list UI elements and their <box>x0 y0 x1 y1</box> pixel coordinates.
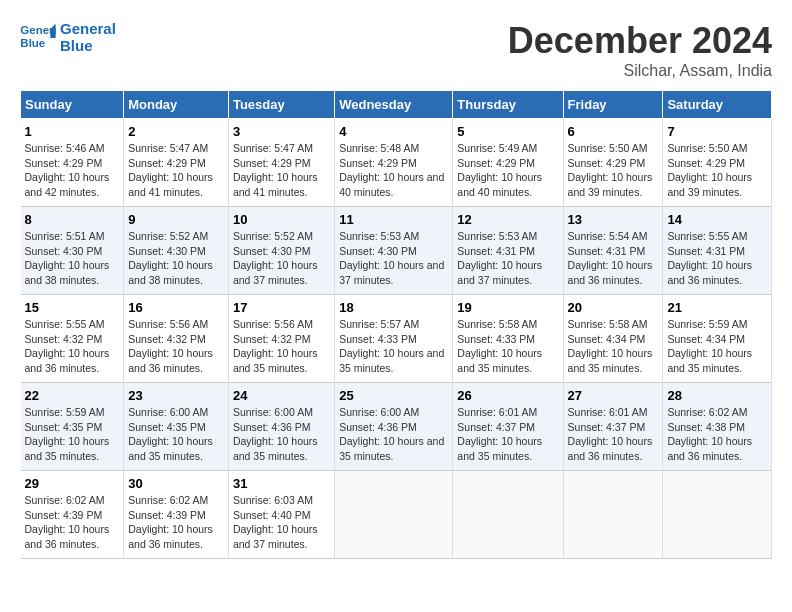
day-info: Sunrise: 6:00 AMSunset: 4:36 PMDaylight:… <box>339 406 444 462</box>
day-number: 15 <box>25 300 120 315</box>
calendar-header-row: SundayMondayTuesdayWednesdayThursdayFrid… <box>21 91 772 119</box>
day-info: Sunrise: 5:53 AMSunset: 4:31 PMDaylight:… <box>457 230 542 286</box>
day-number: 9 <box>128 212 224 227</box>
day-info: Sunrise: 5:59 AMSunset: 4:34 PMDaylight:… <box>667 318 752 374</box>
day-info: Sunrise: 5:47 AMSunset: 4:29 PMDaylight:… <box>233 142 318 198</box>
day-info: Sunrise: 5:47 AMSunset: 4:29 PMDaylight:… <box>128 142 213 198</box>
calendar-cell: 26 Sunrise: 6:01 AMSunset: 4:37 PMDaylig… <box>453 383 563 471</box>
day-number: 16 <box>128 300 224 315</box>
calendar-cell: 24 Sunrise: 6:00 AMSunset: 4:36 PMDaylig… <box>228 383 334 471</box>
calendar-cell: 19 Sunrise: 5:58 AMSunset: 4:33 PMDaylig… <box>453 295 563 383</box>
day-number: 23 <box>128 388 224 403</box>
day-info: Sunrise: 5:59 AMSunset: 4:35 PMDaylight:… <box>25 406 110 462</box>
day-info: Sunrise: 5:53 AMSunset: 4:30 PMDaylight:… <box>339 230 444 286</box>
day-info: Sunrise: 5:55 AMSunset: 4:31 PMDaylight:… <box>667 230 752 286</box>
svg-text:Blue: Blue <box>20 37 45 49</box>
location-title: Silchar, Assam, India <box>508 62 772 80</box>
calendar-cell <box>563 471 663 559</box>
day-info: Sunrise: 5:50 AMSunset: 4:29 PMDaylight:… <box>667 142 752 198</box>
day-number: 28 <box>667 388 767 403</box>
calendar-cell: 21 Sunrise: 5:59 AMSunset: 4:34 PMDaylig… <box>663 295 772 383</box>
calendar-cell: 16 Sunrise: 5:56 AMSunset: 4:32 PMDaylig… <box>124 295 229 383</box>
calendar-cell: 7 Sunrise: 5:50 AMSunset: 4:29 PMDayligh… <box>663 119 772 207</box>
day-info: Sunrise: 5:58 AMSunset: 4:33 PMDaylight:… <box>457 318 542 374</box>
day-number: 17 <box>233 300 330 315</box>
day-number: 13 <box>568 212 659 227</box>
calendar-cell: 11 Sunrise: 5:53 AMSunset: 4:30 PMDaylig… <box>335 207 453 295</box>
day-number: 4 <box>339 124 448 139</box>
calendar-cell: 17 Sunrise: 5:56 AMSunset: 4:32 PMDaylig… <box>228 295 334 383</box>
day-number: 21 <box>667 300 767 315</box>
calendar-cell: 9 Sunrise: 5:52 AMSunset: 4:30 PMDayligh… <box>124 207 229 295</box>
day-info: Sunrise: 5:54 AMSunset: 4:31 PMDaylight:… <box>568 230 653 286</box>
header-sunday: Sunday <box>21 91 124 119</box>
calendar-cell <box>453 471 563 559</box>
day-info: Sunrise: 5:49 AMSunset: 4:29 PMDaylight:… <box>457 142 542 198</box>
calendar-cell <box>335 471 453 559</box>
calendar-cell: 18 Sunrise: 5:57 AMSunset: 4:33 PMDaylig… <box>335 295 453 383</box>
day-info: Sunrise: 6:00 AMSunset: 4:36 PMDaylight:… <box>233 406 318 462</box>
header-tuesday: Tuesday <box>228 91 334 119</box>
logo: General Blue General Blue General Blue <box>20 20 116 55</box>
day-number: 11 <box>339 212 448 227</box>
day-info: Sunrise: 5:55 AMSunset: 4:32 PMDaylight:… <box>25 318 110 374</box>
header-saturday: Saturday <box>663 91 772 119</box>
calendar-week-row: 8 Sunrise: 5:51 AMSunset: 4:30 PMDayligh… <box>21 207 772 295</box>
calendar-cell: 10 Sunrise: 5:52 AMSunset: 4:30 PMDaylig… <box>228 207 334 295</box>
calendar-cell: 15 Sunrise: 5:55 AMSunset: 4:32 PMDaylig… <box>21 295 124 383</box>
calendar-week-row: 15 Sunrise: 5:55 AMSunset: 4:32 PMDaylig… <box>21 295 772 383</box>
calendar-cell: 8 Sunrise: 5:51 AMSunset: 4:30 PMDayligh… <box>21 207 124 295</box>
logo-icon: General Blue <box>20 22 56 52</box>
day-number: 6 <box>568 124 659 139</box>
day-number: 25 <box>339 388 448 403</box>
calendar-cell: 28 Sunrise: 6:02 AMSunset: 4:38 PMDaylig… <box>663 383 772 471</box>
calendar-cell: 27 Sunrise: 6:01 AMSunset: 4:37 PMDaylig… <box>563 383 663 471</box>
header-thursday: Thursday <box>453 91 563 119</box>
calendar-week-row: 29 Sunrise: 6:02 AMSunset: 4:39 PMDaylig… <box>21 471 772 559</box>
calendar-table: SundayMondayTuesdayWednesdayThursdayFrid… <box>20 90 772 559</box>
day-info: Sunrise: 5:50 AMSunset: 4:29 PMDaylight:… <box>568 142 653 198</box>
title-section: December 2024 Silchar, Assam, India <box>508 20 772 80</box>
day-number: 24 <box>233 388 330 403</box>
calendar-cell: 22 Sunrise: 5:59 AMSunset: 4:35 PMDaylig… <box>21 383 124 471</box>
day-number: 7 <box>667 124 767 139</box>
day-info: Sunrise: 5:46 AMSunset: 4:29 PMDaylight:… <box>25 142 110 198</box>
calendar-cell: 4 Sunrise: 5:48 AMSunset: 4:29 PMDayligh… <box>335 119 453 207</box>
calendar-week-row: 22 Sunrise: 5:59 AMSunset: 4:35 PMDaylig… <box>21 383 772 471</box>
calendar-cell: 12 Sunrise: 5:53 AMSunset: 4:31 PMDaylig… <box>453 207 563 295</box>
day-info: Sunrise: 6:01 AMSunset: 4:37 PMDaylight:… <box>457 406 542 462</box>
day-info: Sunrise: 6:00 AMSunset: 4:35 PMDaylight:… <box>128 406 213 462</box>
calendar-cell: 29 Sunrise: 6:02 AMSunset: 4:39 PMDaylig… <box>21 471 124 559</box>
day-info: Sunrise: 5:51 AMSunset: 4:30 PMDaylight:… <box>25 230 110 286</box>
day-number: 26 <box>457 388 558 403</box>
day-number: 20 <box>568 300 659 315</box>
day-info: Sunrise: 5:48 AMSunset: 4:29 PMDaylight:… <box>339 142 444 198</box>
day-number: 10 <box>233 212 330 227</box>
day-info: Sunrise: 6:02 AMSunset: 4:39 PMDaylight:… <box>128 494 213 550</box>
day-info: Sunrise: 5:52 AMSunset: 4:30 PMDaylight:… <box>233 230 318 286</box>
day-number: 5 <box>457 124 558 139</box>
calendar-cell: 14 Sunrise: 5:55 AMSunset: 4:31 PMDaylig… <box>663 207 772 295</box>
calendar-cell: 5 Sunrise: 5:49 AMSunset: 4:29 PMDayligh… <box>453 119 563 207</box>
day-info: Sunrise: 6:02 AMSunset: 4:39 PMDaylight:… <box>25 494 110 550</box>
day-number: 14 <box>667 212 767 227</box>
calendar-cell: 6 Sunrise: 5:50 AMSunset: 4:29 PMDayligh… <box>563 119 663 207</box>
day-info: Sunrise: 6:01 AMSunset: 4:37 PMDaylight:… <box>568 406 653 462</box>
calendar-cell: 25 Sunrise: 6:00 AMSunset: 4:36 PMDaylig… <box>335 383 453 471</box>
day-info: Sunrise: 5:57 AMSunset: 4:33 PMDaylight:… <box>339 318 444 374</box>
header-wednesday: Wednesday <box>335 91 453 119</box>
calendar-cell: 13 Sunrise: 5:54 AMSunset: 4:31 PMDaylig… <box>563 207 663 295</box>
day-number: 29 <box>25 476 120 491</box>
calendar-cell: 1 Sunrise: 5:46 AMSunset: 4:29 PMDayligh… <box>21 119 124 207</box>
page-header: General Blue General Blue General Blue D… <box>20 20 772 80</box>
day-number: 3 <box>233 124 330 139</box>
day-number: 19 <box>457 300 558 315</box>
calendar-cell: 23 Sunrise: 6:00 AMSunset: 4:35 PMDaylig… <box>124 383 229 471</box>
calendar-cell: 30 Sunrise: 6:02 AMSunset: 4:39 PMDaylig… <box>124 471 229 559</box>
day-info: Sunrise: 6:02 AMSunset: 4:38 PMDaylight:… <box>667 406 752 462</box>
day-number: 30 <box>128 476 224 491</box>
day-info: Sunrise: 5:52 AMSunset: 4:30 PMDaylight:… <box>128 230 213 286</box>
month-title: December 2024 <box>508 20 772 62</box>
day-info: Sunrise: 5:58 AMSunset: 4:34 PMDaylight:… <box>568 318 653 374</box>
calendar-cell: 31 Sunrise: 6:03 AMSunset: 4:40 PMDaylig… <box>228 471 334 559</box>
